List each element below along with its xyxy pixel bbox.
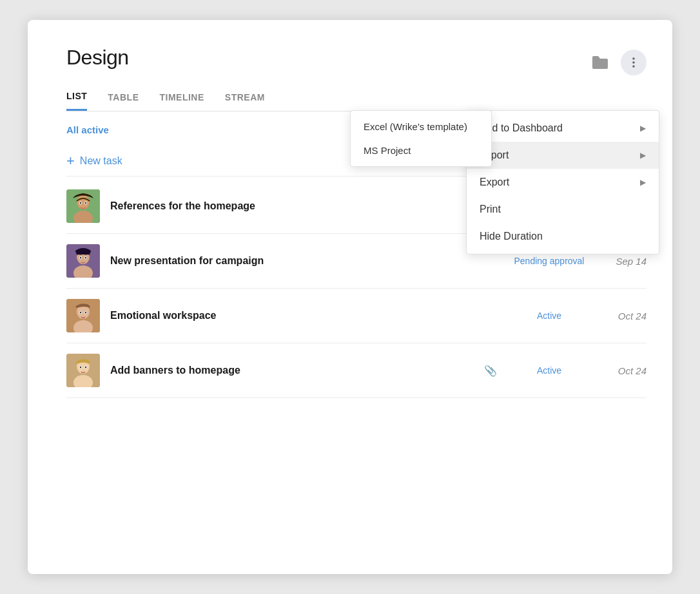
table-row[interactable]: Emotional workspace Active Oct 24 <box>66 289 647 343</box>
avatar <box>66 189 100 223</box>
svg-point-31 <box>85 367 86 369</box>
svg-point-0 <box>632 57 635 60</box>
task-status: Active <box>507 365 591 376</box>
avatar-image <box>66 299 100 332</box>
new-task-label[interactable]: New task <box>80 155 122 167</box>
svg-point-2 <box>632 65 635 68</box>
menu-item-hide-duration[interactable]: Hide Duration <box>467 223 659 250</box>
chevron-right-icon: ▶ <box>640 124 646 133</box>
svg-point-23 <box>80 312 81 314</box>
tab-list[interactable]: LIST <box>66 91 87 111</box>
menu-item-label: Hide Duration <box>480 231 543 242</box>
tab-stream[interactable]: STREAM <box>225 91 265 111</box>
task-name: References for the homepage <box>110 200 470 212</box>
svg-point-16 <box>80 257 81 259</box>
svg-point-24 <box>85 312 86 314</box>
submenu-item-excel[interactable]: Excel (Wrike's template) <box>351 115 491 139</box>
header: Design <box>66 46 647 75</box>
task-name: Add banners to homepage <box>110 365 470 376</box>
more-dots-icon <box>628 57 639 68</box>
task-date: Oct 24 <box>601 311 647 321</box>
menu-item-label: Add to Dashboard <box>480 122 563 134</box>
svg-point-9 <box>80 202 81 204</box>
import-submenu: Excel (Wrike's template) MS Project <box>350 110 492 167</box>
tabs-bar: LIST TABLE TIMELINE STREAM <box>66 91 647 111</box>
main-window: Design LIST TABLE TIMELINE STREAM All ac… <box>28 20 672 574</box>
avatar <box>66 354 100 387</box>
folder-button[interactable] <box>587 50 613 75</box>
chevron-right-icon: ▶ <box>640 178 646 187</box>
attachment-icon: 📎 <box>484 365 497 377</box>
plus-icon: + <box>66 154 75 168</box>
tab-table[interactable]: TABLE <box>108 91 139 111</box>
avatar <box>66 299 100 332</box>
dropdown-container: Excel (Wrike's template) MS Project Add … <box>466 110 659 254</box>
menu-item-import[interactable]: Import ▶ <box>467 142 659 169</box>
chevron-right-icon: ▶ <box>640 151 646 160</box>
task-date: Oct 24 <box>601 365 647 376</box>
avatar-image <box>66 189 100 223</box>
svg-point-10 <box>85 202 86 204</box>
svg-point-30 <box>80 367 81 369</box>
svg-point-1 <box>632 61 635 64</box>
menu-item-label: Export <box>480 177 509 188</box>
avatar-image <box>66 244 100 278</box>
all-active-filter[interactable]: All active <box>66 124 109 135</box>
task-status: Active <box>507 311 591 321</box>
menu-item-label: Print <box>480 204 501 215</box>
header-actions <box>587 50 647 75</box>
avatar <box>66 244 100 278</box>
task-status: Pending approval <box>507 256 591 266</box>
submenu-item-ms-project[interactable]: MS Project <box>351 139 491 162</box>
task-date: Sep 14 <box>601 256 647 267</box>
task-name: Emotional workspace <box>110 310 497 321</box>
avatar-image <box>66 354 100 387</box>
menu-item-print[interactable]: Print <box>467 196 659 223</box>
folder-icon <box>591 55 609 70</box>
page-title: Design <box>66 46 129 70</box>
task-name: New presentation for campaign <box>110 255 497 267</box>
menu-item-export[interactable]: Export ▶ <box>467 169 659 196</box>
main-context-menu: Add to Dashboard ▶ Import ▶ Export ▶ Pri… <box>466 110 659 254</box>
more-options-button[interactable] <box>621 50 647 75</box>
svg-point-17 <box>85 257 86 259</box>
tab-timeline[interactable]: TIMELINE <box>159 91 204 111</box>
menu-item-add-dashboard[interactable]: Add to Dashboard ▶ <box>467 115 659 142</box>
table-row[interactable]: Add banners to homepage 📎 Active Oct 24 <box>66 343 647 398</box>
